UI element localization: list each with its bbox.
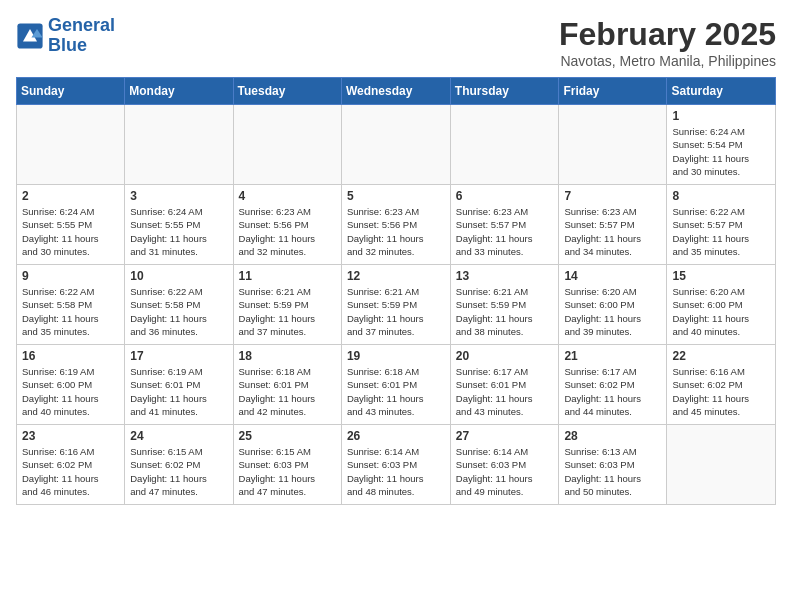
weekday-header-sunday: Sunday [17, 78, 125, 105]
day-info: Sunrise: 6:22 AM Sunset: 5:58 PM Dayligh… [22, 285, 119, 338]
weekday-header-friday: Friday [559, 78, 667, 105]
calendar-cell: 1Sunrise: 6:24 AM Sunset: 5:54 PM Daylig… [667, 105, 776, 185]
day-info: Sunrise: 6:15 AM Sunset: 6:02 PM Dayligh… [130, 445, 227, 498]
day-info: Sunrise: 6:20 AM Sunset: 6:00 PM Dayligh… [672, 285, 770, 338]
day-number: 11 [239, 269, 336, 283]
weekday-header-wednesday: Wednesday [341, 78, 450, 105]
day-number: 3 [130, 189, 227, 203]
day-info: Sunrise: 6:23 AM Sunset: 5:56 PM Dayligh… [347, 205, 445, 258]
calendar-cell: 4Sunrise: 6:23 AM Sunset: 5:56 PM Daylig… [233, 185, 341, 265]
day-info: Sunrise: 6:24 AM Sunset: 5:54 PM Dayligh… [672, 125, 770, 178]
day-number: 7 [564, 189, 661, 203]
day-info: Sunrise: 6:21 AM Sunset: 5:59 PM Dayligh… [239, 285, 336, 338]
day-number: 6 [456, 189, 554, 203]
day-number: 14 [564, 269, 661, 283]
week-row-5: 23Sunrise: 6:16 AM Sunset: 6:02 PM Dayli… [17, 425, 776, 505]
calendar-cell: 5Sunrise: 6:23 AM Sunset: 5:56 PM Daylig… [341, 185, 450, 265]
calendar-cell: 2Sunrise: 6:24 AM Sunset: 5:55 PM Daylig… [17, 185, 125, 265]
day-info: Sunrise: 6:19 AM Sunset: 6:01 PM Dayligh… [130, 365, 227, 418]
day-info: Sunrise: 6:23 AM Sunset: 5:56 PM Dayligh… [239, 205, 336, 258]
calendar-cell: 27Sunrise: 6:14 AM Sunset: 6:03 PM Dayli… [450, 425, 559, 505]
day-number: 13 [456, 269, 554, 283]
calendar-cell: 9Sunrise: 6:22 AM Sunset: 5:58 PM Daylig… [17, 265, 125, 345]
month-title: February 2025 [559, 16, 776, 53]
day-info: Sunrise: 6:24 AM Sunset: 5:55 PM Dayligh… [130, 205, 227, 258]
weekday-header-thursday: Thursday [450, 78, 559, 105]
calendar: SundayMondayTuesdayWednesdayThursdayFrid… [16, 77, 776, 505]
day-info: Sunrise: 6:16 AM Sunset: 6:02 PM Dayligh… [22, 445, 119, 498]
calendar-cell [233, 105, 341, 185]
calendar-cell [667, 425, 776, 505]
calendar-cell: 24Sunrise: 6:15 AM Sunset: 6:02 PM Dayli… [125, 425, 233, 505]
page-header: General Blue February 2025 Navotas, Metr… [16, 16, 776, 69]
calendar-cell [341, 105, 450, 185]
day-info: Sunrise: 6:17 AM Sunset: 6:01 PM Dayligh… [456, 365, 554, 418]
day-info: Sunrise: 6:22 AM Sunset: 5:57 PM Dayligh… [672, 205, 770, 258]
day-number: 8 [672, 189, 770, 203]
calendar-cell [559, 105, 667, 185]
day-info: Sunrise: 6:18 AM Sunset: 6:01 PM Dayligh… [239, 365, 336, 418]
day-number: 15 [672, 269, 770, 283]
day-info: Sunrise: 6:18 AM Sunset: 6:01 PM Dayligh… [347, 365, 445, 418]
day-number: 16 [22, 349, 119, 363]
calendar-cell: 12Sunrise: 6:21 AM Sunset: 5:59 PM Dayli… [341, 265, 450, 345]
day-number: 17 [130, 349, 227, 363]
calendar-cell: 26Sunrise: 6:14 AM Sunset: 6:03 PM Dayli… [341, 425, 450, 505]
day-number: 27 [456, 429, 554, 443]
week-row-3: 9Sunrise: 6:22 AM Sunset: 5:58 PM Daylig… [17, 265, 776, 345]
calendar-cell: 3Sunrise: 6:24 AM Sunset: 5:55 PM Daylig… [125, 185, 233, 265]
calendar-cell: 7Sunrise: 6:23 AM Sunset: 5:57 PM Daylig… [559, 185, 667, 265]
calendar-cell: 14Sunrise: 6:20 AM Sunset: 6:00 PM Dayli… [559, 265, 667, 345]
logo: General Blue [16, 16, 115, 56]
day-number: 28 [564, 429, 661, 443]
day-info: Sunrise: 6:13 AM Sunset: 6:03 PM Dayligh… [564, 445, 661, 498]
weekday-header-row: SundayMondayTuesdayWednesdayThursdayFrid… [17, 78, 776, 105]
calendar-cell: 23Sunrise: 6:16 AM Sunset: 6:02 PM Dayli… [17, 425, 125, 505]
day-number: 18 [239, 349, 336, 363]
calendar-cell: 17Sunrise: 6:19 AM Sunset: 6:01 PM Dayli… [125, 345, 233, 425]
calendar-cell: 6Sunrise: 6:23 AM Sunset: 5:57 PM Daylig… [450, 185, 559, 265]
day-number: 22 [672, 349, 770, 363]
calendar-cell: 8Sunrise: 6:22 AM Sunset: 5:57 PM Daylig… [667, 185, 776, 265]
day-info: Sunrise: 6:14 AM Sunset: 6:03 PM Dayligh… [347, 445, 445, 498]
day-info: Sunrise: 6:23 AM Sunset: 5:57 PM Dayligh… [456, 205, 554, 258]
week-row-2: 2Sunrise: 6:24 AM Sunset: 5:55 PM Daylig… [17, 185, 776, 265]
day-info: Sunrise: 6:14 AM Sunset: 6:03 PM Dayligh… [456, 445, 554, 498]
day-info: Sunrise: 6:17 AM Sunset: 6:02 PM Dayligh… [564, 365, 661, 418]
calendar-cell: 16Sunrise: 6:19 AM Sunset: 6:00 PM Dayli… [17, 345, 125, 425]
calendar-cell [17, 105, 125, 185]
day-number: 20 [456, 349, 554, 363]
logo-icon [16, 22, 44, 50]
calendar-cell: 11Sunrise: 6:21 AM Sunset: 5:59 PM Dayli… [233, 265, 341, 345]
day-number: 4 [239, 189, 336, 203]
calendar-cell: 10Sunrise: 6:22 AM Sunset: 5:58 PM Dayli… [125, 265, 233, 345]
day-number: 10 [130, 269, 227, 283]
calendar-cell: 15Sunrise: 6:20 AM Sunset: 6:00 PM Dayli… [667, 265, 776, 345]
weekday-header-monday: Monday [125, 78, 233, 105]
location-title: Navotas, Metro Manila, Philippines [559, 53, 776, 69]
day-info: Sunrise: 6:15 AM Sunset: 6:03 PM Dayligh… [239, 445, 336, 498]
weekday-header-tuesday: Tuesday [233, 78, 341, 105]
calendar-cell: 18Sunrise: 6:18 AM Sunset: 6:01 PM Dayli… [233, 345, 341, 425]
day-number: 2 [22, 189, 119, 203]
day-number: 24 [130, 429, 227, 443]
calendar-cell: 20Sunrise: 6:17 AM Sunset: 6:01 PM Dayli… [450, 345, 559, 425]
weekday-header-saturday: Saturday [667, 78, 776, 105]
day-number: 1 [672, 109, 770, 123]
calendar-cell: 21Sunrise: 6:17 AM Sunset: 6:02 PM Dayli… [559, 345, 667, 425]
day-info: Sunrise: 6:19 AM Sunset: 6:00 PM Dayligh… [22, 365, 119, 418]
day-number: 25 [239, 429, 336, 443]
calendar-cell [450, 105, 559, 185]
day-number: 26 [347, 429, 445, 443]
week-row-4: 16Sunrise: 6:19 AM Sunset: 6:00 PM Dayli… [17, 345, 776, 425]
calendar-cell: 25Sunrise: 6:15 AM Sunset: 6:03 PM Dayli… [233, 425, 341, 505]
day-info: Sunrise: 6:21 AM Sunset: 5:59 PM Dayligh… [456, 285, 554, 338]
day-info: Sunrise: 6:22 AM Sunset: 5:58 PM Dayligh… [130, 285, 227, 338]
day-number: 5 [347, 189, 445, 203]
day-info: Sunrise: 6:24 AM Sunset: 5:55 PM Dayligh… [22, 205, 119, 258]
day-info: Sunrise: 6:23 AM Sunset: 5:57 PM Dayligh… [564, 205, 661, 258]
logo-text: General Blue [48, 16, 115, 56]
day-number: 23 [22, 429, 119, 443]
day-number: 12 [347, 269, 445, 283]
day-info: Sunrise: 6:21 AM Sunset: 5:59 PM Dayligh… [347, 285, 445, 338]
